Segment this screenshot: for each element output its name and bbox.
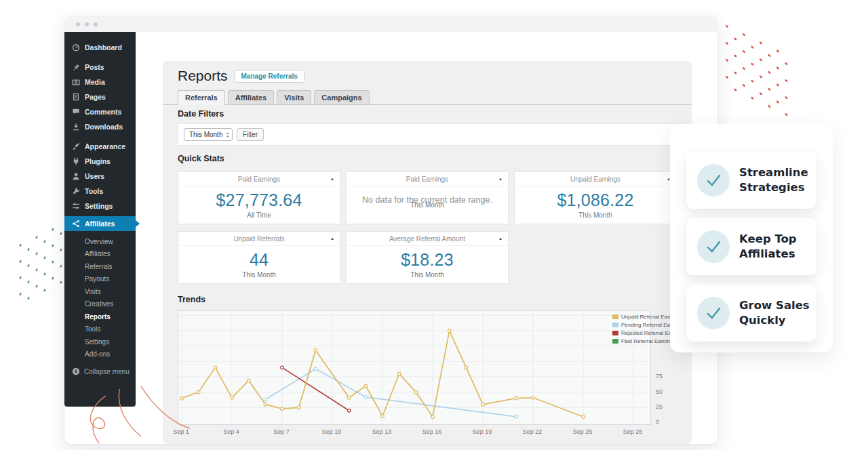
stat-title: Average Referral Amount xyxy=(389,235,465,243)
x-tick-label: Sep 16 xyxy=(422,428,442,435)
x-tick-label: Sep 22 xyxy=(523,428,542,435)
submenu-item-tools[interactable]: Tools xyxy=(64,323,136,336)
date-filter-toolbar: This Month ▴▾ Filter xyxy=(178,123,677,146)
collapse-stat-icon[interactable]: ▲ xyxy=(498,237,502,241)
sidebar-item-label: Posts xyxy=(85,63,104,71)
page: Dashboard Posts Media Pages Comments D xyxy=(0,0,868,450)
sidebar-item-plugins[interactable]: Plugins xyxy=(64,154,136,169)
report-tabs: Referrals Affiliates Visits Campaigns xyxy=(163,91,692,105)
stat-card-unpaid-referrals: Unpaid Referrals▲ 44 This Month xyxy=(178,231,340,284)
sidebar-item-dashboard[interactable]: Dashboard xyxy=(64,40,136,55)
submenu-item-reports[interactable]: Reports xyxy=(64,310,136,323)
x-tick-label: Sep 10 xyxy=(322,428,342,435)
filter-button[interactable]: Filter xyxy=(237,128,264,141)
sidebar-item-pages[interactable]: Pages xyxy=(64,89,136,104)
stat-card-paid-earnings-all-time: Paid Earnings▲ $27,773.64 All Time xyxy=(178,171,340,224)
y-tick-label: 0 xyxy=(656,419,659,426)
decorative-arcs xyxy=(76,385,191,447)
sidebar-item-media[interactable]: Media xyxy=(64,75,136,89)
x-tick-label: Sep 19 xyxy=(473,428,492,435)
trends-chart: Unpaid Referral Earnings Pending Referra… xyxy=(178,310,651,425)
sidebar-item-users[interactable]: Users xyxy=(64,169,136,184)
select-spinner-icon: ▴▾ xyxy=(226,131,229,138)
submenu-item-affiliates[interactable]: Affiliates xyxy=(64,248,136,261)
submenu-item-payouts[interactable]: Payouts xyxy=(64,273,136,286)
window-control-icon xyxy=(76,22,80,26)
stat-value: $18.23 xyxy=(347,250,508,270)
x-tick-label: Sep 4 xyxy=(223,428,239,435)
sidebar-item-posts[interactable]: Posts xyxy=(64,60,136,75)
sidebar-item-comments[interactable]: Comments xyxy=(64,104,136,119)
wrench-icon xyxy=(72,187,80,195)
stat-title: Unpaid Earnings xyxy=(570,176,620,183)
submenu-item-settings[interactable]: Settings xyxy=(64,335,136,348)
sidebar-item-tools[interactable]: Tools xyxy=(64,184,136,199)
stat-period: This Month xyxy=(347,271,508,279)
quick-stats-row-2: Unpaid Referrals▲ 44 This Month Average … xyxy=(178,231,509,284)
sidebar-item-downloads[interactable]: Downloads xyxy=(64,119,136,134)
stat-period: This Month xyxy=(515,211,676,219)
sidebar-item-label: Users xyxy=(85,172,104,180)
browser-titlebar xyxy=(64,17,717,32)
legend-swatch xyxy=(612,331,618,335)
checkmark-icon xyxy=(697,230,730,263)
checkmark-icon xyxy=(697,297,730,329)
tab-campaigns[interactable]: Campaigns xyxy=(314,90,369,105)
manage-referrals-button[interactable]: Manage Referrals xyxy=(235,70,304,83)
sidebar-item-label: Affiliates xyxy=(85,220,115,228)
sidebar-item-affiliates[interactable]: Affiliates xyxy=(64,216,136,231)
share-network-icon xyxy=(72,220,80,228)
promo-label: Keep TopAffiliates xyxy=(739,232,797,262)
user-icon xyxy=(72,172,80,180)
x-tick-label: Sep 13 xyxy=(372,428,392,435)
submenu-item-overview[interactable]: Overview xyxy=(64,235,136,248)
stat-card-paid-earnings-month: Paid Earnings▲ No data for the current d… xyxy=(346,171,509,224)
collapse-stat-icon[interactable]: ▲ xyxy=(498,177,502,181)
plugin-icon xyxy=(72,157,80,165)
stat-card-average-referral-amount: Average Referral Amount▲ $18.23 This Mon… xyxy=(346,231,509,284)
sidebar-item-settings[interactable]: Settings xyxy=(64,199,136,213)
collapse-menu-button[interactable]: Collapse menu xyxy=(64,365,136,378)
pages-icon xyxy=(72,93,80,101)
sliders-icon xyxy=(72,202,80,210)
downloads-icon xyxy=(72,123,80,131)
stat-value: 44 xyxy=(178,250,340,270)
collapse-arrow-icon xyxy=(72,367,80,375)
date-filters-heading: Date Filters xyxy=(178,109,224,119)
trends-chart-canvas xyxy=(178,311,650,424)
date-range-value: This Month xyxy=(189,131,222,138)
submenu-item-add-ons[interactable]: Add-ons xyxy=(64,348,136,361)
chart-y-axis: 0255075 xyxy=(654,310,669,425)
x-tick-label: Sep 28 xyxy=(623,428,643,435)
submenu-item-referrals[interactable]: Referrals xyxy=(64,260,136,273)
stat-value: $27,773.64 xyxy=(178,190,340,210)
admin-sidebar: Dashboard Posts Media Pages Comments D xyxy=(64,32,136,407)
collapse-stat-icon[interactable]: ▲ xyxy=(330,177,334,181)
y-tick-label: 75 xyxy=(656,373,663,380)
sidebar-item-label: Pages xyxy=(85,93,106,101)
page-title: Reports xyxy=(178,68,228,84)
legend-swatch xyxy=(612,314,618,319)
submenu-item-creatives[interactable]: Creatives xyxy=(64,298,136,311)
promo-label: Grow SalesQuickly xyxy=(739,298,810,328)
brush-icon xyxy=(72,142,80,150)
promo-card-keep-top: Keep TopAffiliates xyxy=(686,218,816,275)
comments-icon xyxy=(72,108,80,116)
tab-affiliates[interactable]: Affiliates xyxy=(228,90,274,105)
browser-window: Dashboard Posts Media Pages Comments D xyxy=(64,17,717,444)
date-range-select[interactable]: This Month ▴▾ xyxy=(184,128,233,141)
submenu-item-visits[interactable]: Visits xyxy=(64,285,136,298)
stat-title: Paid Earnings xyxy=(238,176,280,183)
sidebar-item-appearance[interactable]: Appearance xyxy=(64,139,136,154)
pin-icon xyxy=(72,63,80,71)
sidebar-item-label: Dashboard xyxy=(85,43,122,52)
collapse-stat-icon[interactable]: ▲ xyxy=(330,237,334,241)
quick-stats-row-1: Paid Earnings▲ $27,773.64 All Time Paid … xyxy=(178,171,677,224)
tab-referrals[interactable]: Referrals xyxy=(178,90,225,105)
chart-x-axis: Sep 1Sep 4Sep 7Sep 10Sep 13Sep 16Sep 19S… xyxy=(178,428,651,436)
stat-period: This Month xyxy=(347,201,508,209)
stat-title: Unpaid Referrals xyxy=(233,235,284,243)
decorative-dots-top-right xyxy=(723,20,792,131)
collapse-menu-label: Collapse menu xyxy=(84,368,130,375)
tab-visits[interactable]: Visits xyxy=(277,90,311,105)
